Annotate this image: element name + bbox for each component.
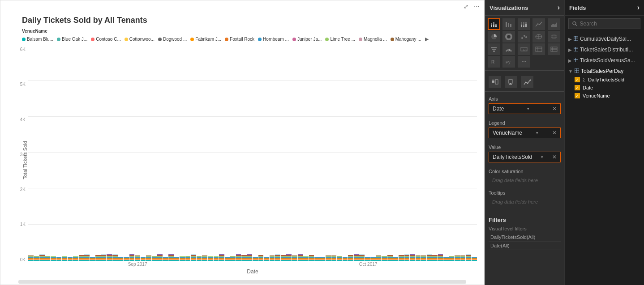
viz-matrix-icon[interactable] [548,43,560,55]
viz-axis-field[interactable]: Date ▾ ✕ [489,103,561,114]
field-group-header-1[interactable]: ▶TicketSalesDistributi... [565,45,644,54]
more-options-icon[interactable]: ⋯ [472,2,481,10]
bar[interactable] [460,255,466,261]
viz-card-icon[interactable]: 123 [518,43,530,55]
bar[interactable] [354,254,359,261]
bar[interactable] [472,257,477,261]
bar[interactable] [264,257,269,261]
focus-mode-icon[interactable]: ⤢ [462,2,470,10]
bar[interactable] [225,257,230,261]
viz-100pct-bar-icon[interactable] [518,18,530,30]
bar[interactable] [387,255,393,261]
bar[interactable] [197,256,202,261]
bar[interactable] [79,255,84,261]
bar[interactable] [157,254,163,261]
bar[interactable] [185,256,191,261]
bar[interactable] [421,255,426,261]
bar[interactable] [247,254,253,261]
bar[interactable] [62,256,67,261]
bar[interactable] [168,254,174,261]
bar[interactable] [241,255,247,261]
bar[interactable] [292,255,297,261]
viz-python-icon[interactable]: Py [502,56,515,68]
field-item-2[interactable]: ✓VenueName [565,92,644,100]
bar[interactable] [393,257,399,261]
bar[interactable] [95,255,101,261]
bar[interactable] [270,255,275,261]
bar[interactable] [399,255,404,261]
bar[interactable] [258,255,264,261]
viz-format-paint-icon[interactable] [505,76,517,88]
bar[interactable] [455,255,460,261]
field-group-header-0[interactable]: ▶CumulativeDailySal... [565,34,644,43]
viz-format-fields-icon[interactable] [489,76,501,88]
field-item-0[interactable]: ✓ΣDailyTicketsSold [565,76,644,84]
bar[interactable] [174,257,180,261]
bar[interactable] [348,255,353,261]
bar[interactable] [449,256,455,261]
viz-stacked-bar-icon[interactable] [488,18,500,30]
viz-line-icon[interactable] [532,18,545,30]
bar[interactable] [343,257,348,261]
viz-map-icon[interactable] [532,31,545,43]
bar[interactable] [141,257,146,261]
bar[interactable] [39,255,45,261]
field-group-header-3[interactable]: ▼TotalSalesPerDay [565,67,644,76]
viz-filled-map-icon[interactable] [548,31,560,43]
bar[interactable] [320,257,326,261]
bar[interactable] [466,255,471,261]
bar[interactable] [214,256,219,261]
viz-value-remove[interactable]: ✕ [552,154,557,160]
viz-axis-remove[interactable]: ✕ [552,106,557,112]
bar[interactable] [84,255,90,261]
chart-scrollbar[interactable] [18,280,466,284]
bar[interactable] [281,255,286,261]
bar[interactable] [124,257,129,261]
bar[interactable] [101,255,107,261]
bar[interactable] [68,257,73,261]
bar[interactable] [416,255,421,261]
bar[interactable] [382,256,387,261]
bar[interactable] [410,254,415,261]
bar[interactable] [191,255,196,261]
viz-legend-field[interactable]: VenueName ▾ ✕ [489,128,561,138]
bar[interactable] [303,256,309,261]
bar[interactable] [51,256,56,261]
bar[interactable] [337,256,342,261]
bar[interactable] [34,256,39,261]
bar[interactable] [28,255,34,261]
bar[interactable] [314,257,320,261]
viz-more-icon[interactable]: ⋯ [518,56,530,68]
viz-pie-icon[interactable] [488,31,500,43]
bar[interactable] [202,255,207,261]
bar[interactable] [326,255,331,261]
field-group-header-2[interactable]: ▶TicketsSoldVersusSa... [565,56,644,65]
filter-item-0[interactable]: DailyTicketsSold(All) [489,233,561,242]
bar[interactable] [253,257,258,261]
viz-value-field[interactable]: DailyTicketsSold ▾ ✕ [489,152,561,162]
viz-funnel-icon[interactable] [488,43,500,55]
bar[interactable] [129,254,135,261]
viz-area-icon[interactable] [548,18,560,30]
bar[interactable] [427,255,432,261]
bar[interactable] [298,254,303,261]
bar[interactable] [432,255,438,261]
bar[interactable] [286,254,292,261]
bar[interactable] [135,255,140,261]
bar[interactable] [107,254,112,261]
bar[interactable] [275,255,280,261]
viz-bar-icon[interactable] [502,18,515,30]
bar[interactable] [56,257,62,261]
bar[interactable] [45,256,51,261]
fields-search-input[interactable] [580,21,636,27]
viz-legend-remove[interactable]: ✕ [552,130,557,136]
bar[interactable] [163,257,168,261]
bar[interactable] [90,257,95,261]
viz-table-icon[interactable] [532,43,545,55]
fields-panel-chevron[interactable]: › [637,4,640,12]
bar[interactable] [118,257,124,261]
bar[interactable] [309,255,314,261]
bar[interactable] [146,255,151,261]
bar[interactable] [443,257,449,261]
bar[interactable] [438,254,443,261]
